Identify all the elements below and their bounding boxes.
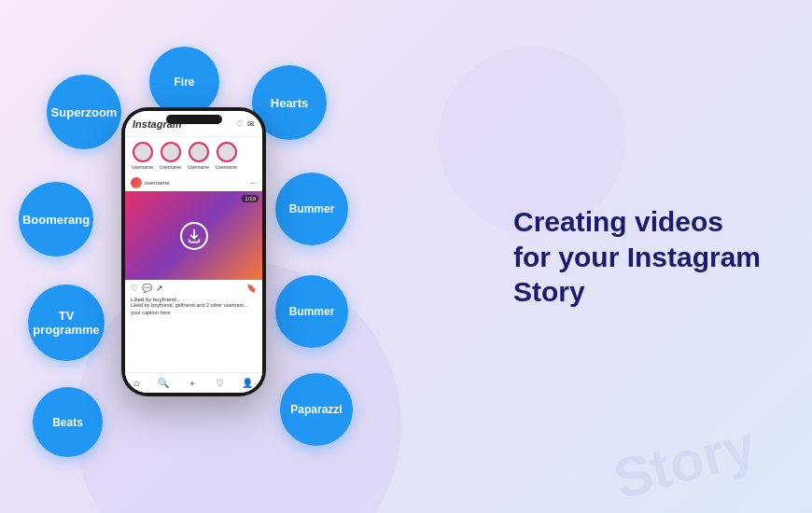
main-title: Creating videos for your Instagram Story (513, 204, 775, 310)
phone-screen: Instagram ♡ ✉ Username Username (125, 111, 262, 393)
story-item: Username (131, 142, 154, 170)
bookmark-icon[interactable]: 🔖 (246, 284, 257, 293)
story-item: Username (215, 142, 238, 170)
story-circle (189, 142, 209, 162)
story-circle (161, 142, 181, 162)
story-item: Username (187, 142, 210, 170)
story-label: Username (187, 164, 210, 170)
story-label: Username (131, 164, 154, 170)
post-image: 1/10 (125, 191, 262, 280)
story-label: Username (159, 164, 182, 170)
phone-body: Instagram ♡ ✉ Username Username (121, 107, 266, 396)
nav-search-icon[interactable]: 🔍 (158, 378, 169, 388)
bubble-boomerang[interactable]: Boomerang (19, 182, 93, 256)
post-menu-dots[interactable]: ··· (250, 179, 257, 187)
heart-icon: ♡ (236, 119, 244, 129)
title-line1: Creating videos (513, 206, 723, 237)
nav-home-icon[interactable]: ⌂ (134, 378, 140, 388)
action-icons-left: ♡ 💬 ↗ (131, 284, 163, 293)
like-icon[interactable]: ♡ (131, 284, 138, 293)
nav-profile-icon[interactable]: 👤 (242, 378, 253, 388)
comment-icon[interactable]: 💬 (142, 284, 152, 293)
bottom-nav: ⌂ 🔍 ＋ ♡ 👤 (125, 372, 262, 393)
title-line2: for your Instagram (513, 241, 761, 271)
story-circle (217, 142, 237, 162)
phone-notch (166, 115, 222, 124)
story-item: Username (159, 142, 182, 170)
nav-add-icon[interactable]: ＋ (188, 377, 197, 390)
bubble-bummer1[interactable]: Bummer (275, 173, 348, 245)
download-icon (180, 222, 208, 250)
main-container: Story SuperzoomFireHeartsBoomerangBummer… (0, 0, 812, 513)
post-header: username ··· (125, 174, 262, 191)
bubble-tv[interactable]: TV programme (28, 284, 105, 361)
watermark: Story (607, 412, 762, 511)
header-icons: ♡ ✉ (236, 119, 255, 129)
post-actions: ♡ 💬 ↗ 🔖 (125, 280, 262, 297)
post-username: username (145, 180, 170, 186)
share-icon[interactable]: ↗ (156, 284, 163, 293)
phone-mockup: Instagram ♡ ✉ Username Username (121, 107, 271, 406)
post-user-info: username (131, 177, 170, 188)
post-avatar (131, 177, 142, 188)
post-caption: Liked by boyfriend, girlfriend and 2 oth… (125, 302, 262, 319)
bubble-paparazzi[interactable]: Paparazzi (280, 373, 353, 446)
bubble-beats[interactable]: Beats (33, 387, 103, 457)
bubble-fire[interactable]: Fire (149, 47, 219, 117)
nav-activity-icon[interactable]: ♡ (216, 378, 224, 388)
stories-row: Username Username Username Username (125, 137, 262, 174)
bubble-superzoom[interactable]: Superzoom (47, 75, 121, 149)
post-counter: 1/10 (242, 195, 259, 202)
message-icon: ✉ (247, 119, 255, 129)
bubble-bummer2[interactable]: Bummer (275, 275, 348, 348)
title-line3: Story (513, 276, 585, 307)
text-area: Creating videos for your Instagram Story (513, 204, 775, 310)
story-circle (133, 142, 153, 162)
story-label: Username (215, 164, 238, 170)
